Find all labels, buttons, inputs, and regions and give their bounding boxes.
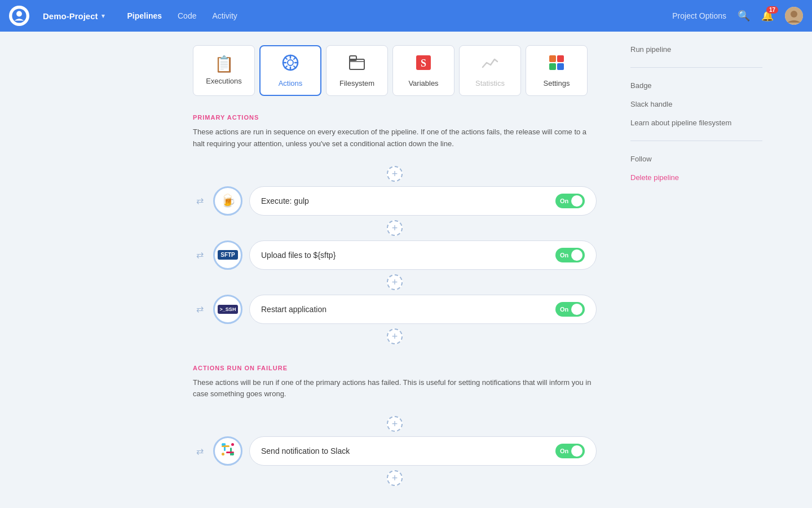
toggle-knob-gulp xyxy=(571,195,582,207)
project-name[interactable]: Demo-Project ▾ xyxy=(43,11,105,21)
sidebar-right: Run pipeline Badge Slack handle Learn ab… xyxy=(615,32,778,508)
action-icon-sftp: SFTP xyxy=(213,240,242,270)
primary-actions-desc: These actions are run in sequence on eve… xyxy=(193,126,597,150)
primary-actions-list: + ⇄ 🍺 Execute: gulp On + xyxy=(193,164,597,347)
tab-settings-label: Settings xyxy=(544,79,570,87)
drag-handle-ssh[interactable]: ⇄ xyxy=(193,304,206,314)
actions-icon xyxy=(281,54,299,75)
toggle-label-ssh: On xyxy=(560,306,568,313)
ssh-label: >_SSH xyxy=(218,305,239,314)
action-label-sftp: Upload files to ${sftp} xyxy=(261,251,336,260)
sidebar-divider-1 xyxy=(630,67,762,68)
toggle-slack[interactable]: On xyxy=(555,444,585,458)
tab-settings[interactable]: Settings xyxy=(526,45,588,96)
nav-links: Pipelines Code Activity xyxy=(127,11,237,20)
svg-point-26 xyxy=(222,443,224,446)
sidebar-link-delete-pipeline[interactable]: Delete pipeline xyxy=(630,173,762,182)
nav-link-pipelines[interactable]: Pipelines xyxy=(127,11,162,20)
nav-link-code[interactable]: Code xyxy=(178,11,196,20)
add-btn-row-1: + xyxy=(193,220,597,236)
add-btn-row-top: + xyxy=(193,166,597,182)
action-row-ssh: ⇄ >_SSH Restart application On xyxy=(193,295,597,324)
svg-point-27 xyxy=(231,453,234,456)
action-card-slack[interactable]: Send notification to Slack On xyxy=(249,436,597,466)
failure-actions-desc: These actions will be run if one of the … xyxy=(193,377,597,401)
tab-actions-label: Actions xyxy=(279,79,303,87)
toggle-label-gulp: On xyxy=(560,198,568,204)
filesystem-icon xyxy=(348,54,366,75)
svg-point-1 xyxy=(16,11,22,17)
add-btn-row-2: + xyxy=(193,274,597,290)
svg-text:S: S xyxy=(421,58,426,69)
action-icon-slack xyxy=(213,436,242,466)
sidebar-links: Run pipeline Badge Slack handle Learn ab… xyxy=(630,45,762,182)
action-card-gulp[interactable]: Execute: gulp On xyxy=(249,186,597,216)
project-dropdown-arrow: ▾ xyxy=(102,12,105,20)
sidebar-link-follow[interactable]: Follow xyxy=(630,155,762,163)
project-options[interactable]: Project Options xyxy=(672,11,726,20)
toggle-ssh[interactable]: On xyxy=(555,302,585,317)
toggle-gulp[interactable]: On xyxy=(555,194,585,208)
tab-statistics-label: Statistics xyxy=(475,79,505,87)
drag-handle-sftp[interactable]: ⇄ xyxy=(193,249,206,260)
sidebar-link-slack-handle[interactable]: Slack handle xyxy=(630,100,762,108)
variables-icon: S xyxy=(414,54,433,75)
svg-rect-19 xyxy=(557,55,564,62)
tab-statistics[interactable]: Statistics xyxy=(459,45,521,96)
action-row-gulp: ⇄ 🍺 Execute: gulp On xyxy=(193,186,597,216)
app-logo[interactable] xyxy=(9,6,29,26)
add-btn-row-bottom: + xyxy=(193,329,597,344)
toggle-knob-slack xyxy=(571,445,582,457)
sidebar-left xyxy=(0,32,175,508)
add-action-button-3[interactable]: + xyxy=(387,329,403,344)
svg-rect-18 xyxy=(549,55,556,62)
toggle-knob-sftp xyxy=(571,249,582,261)
tab-executions[interactable]: 📋 Executions xyxy=(193,45,255,96)
add-failure-action-button-0[interactable]: + xyxy=(387,416,403,432)
action-row-slack: ⇄ xyxy=(193,436,597,466)
user-avatar[interactable] xyxy=(785,7,803,25)
add-btn-row-failure-bottom: + xyxy=(193,470,597,486)
tabs-bar: 📋 Executions xyxy=(193,45,597,96)
sidebar-link-run-pipeline[interactable]: Run pipeline xyxy=(630,45,762,54)
toggle-label-slack: On xyxy=(560,448,568,454)
action-icon-ssh: >_SSH xyxy=(213,295,242,324)
tab-executions-label: Executions xyxy=(206,77,242,85)
sidebar-link-badge[interactable]: Badge xyxy=(630,81,762,90)
sftp-label: SFTP xyxy=(218,250,238,260)
nav-right: Project Options 🔍 🔔 17 xyxy=(672,7,803,25)
add-failure-action-button-1[interactable]: + xyxy=(387,470,403,486)
tab-variables-label: Variables xyxy=(408,79,438,87)
svg-point-29 xyxy=(231,443,234,446)
svg-line-12 xyxy=(294,58,296,60)
page-layout: 📋 Executions xyxy=(0,32,812,508)
slack-icon xyxy=(220,441,236,461)
primary-actions-label: PRIMARY ACTIONS xyxy=(193,114,597,121)
svg-point-5 xyxy=(288,60,293,65)
tab-filesystem[interactable]: Filesystem xyxy=(326,45,388,96)
action-label-gulp: Execute: gulp xyxy=(261,196,309,205)
add-action-button-2[interactable]: + xyxy=(387,274,403,290)
drag-handle-gulp[interactable]: ⇄ xyxy=(193,195,206,206)
tab-actions[interactable]: Actions xyxy=(259,45,321,96)
statistics-icon xyxy=(481,54,499,75)
action-card-ssh[interactable]: Restart application On xyxy=(249,295,597,324)
svg-point-3 xyxy=(791,11,797,17)
add-action-button-0[interactable]: + xyxy=(387,166,403,182)
executions-icon: 📋 xyxy=(214,56,234,72)
sidebar-divider-2 xyxy=(630,141,762,141)
drag-handle-slack[interactable]: ⇄ xyxy=(193,446,206,457)
nav-link-activity[interactable]: Activity xyxy=(212,11,237,20)
add-action-button-1[interactable]: + xyxy=(387,220,403,236)
svg-line-10 xyxy=(285,58,288,60)
failure-actions-label: ACTIONS RUN ON FAILURE xyxy=(193,365,597,371)
notifications-bell[interactable]: 🔔 17 xyxy=(761,10,774,22)
search-icon[interactable]: 🔍 xyxy=(738,10,750,22)
toggle-sftp[interactable]: On xyxy=(555,248,585,262)
action-icon-gulp: 🍺 xyxy=(213,186,242,216)
svg-line-13 xyxy=(285,66,288,68)
sidebar-link-learn-filesystem[interactable]: Learn about pipeline filesystem xyxy=(630,119,762,127)
action-card-sftp[interactable]: Upload files to ${sftp} On xyxy=(249,240,597,270)
tab-filesystem-label: Filesystem xyxy=(339,79,374,87)
tab-variables[interactable]: S Variables xyxy=(392,45,454,96)
